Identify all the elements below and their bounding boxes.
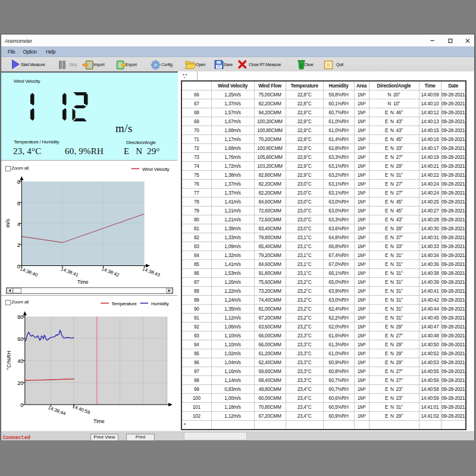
- svg-text:40: 40: [17, 358, 23, 364]
- svg-text:2: 2: [17, 242, 20, 248]
- svg-text:0: 0: [20, 402, 23, 408]
- svg-text:80: 80: [17, 314, 23, 320]
- svg-text:14:38:41: 14:38:41: [60, 266, 80, 278]
- svg-text:14:38:43: 14:38:43: [142, 266, 161, 278]
- svg-text:Humidity: Humidity: [151, 301, 169, 306]
- svg-text:14:40:59: 14:40:59: [71, 403, 91, 415]
- svg-text:m/s: m/s: [5, 218, 11, 227]
- svg-text:Wind Velocity: Wind Velocity: [142, 167, 170, 172]
- svg-text:4: 4: [17, 221, 20, 227]
- svg-text:60: 60: [17, 336, 23, 342]
- svg-text:8: 8: [17, 179, 20, 185]
- svg-text:Temperature: Temperature: [111, 301, 137, 306]
- svg-text:14:38:40: 14:38:40: [19, 266, 39, 278]
- svg-text:14:38:42: 14:38:42: [101, 266, 120, 278]
- svg-text:6: 6: [17, 201, 20, 206]
- svg-text:Time: Time: [77, 279, 89, 285]
- svg-text:20: 20: [17, 380, 23, 386]
- svg-text:°C/%RH: °C/%RH: [6, 351, 12, 370]
- svg-text:Time: Time: [93, 418, 105, 424]
- svg-text:14:39:44: 14:39:44: [47, 405, 67, 416]
